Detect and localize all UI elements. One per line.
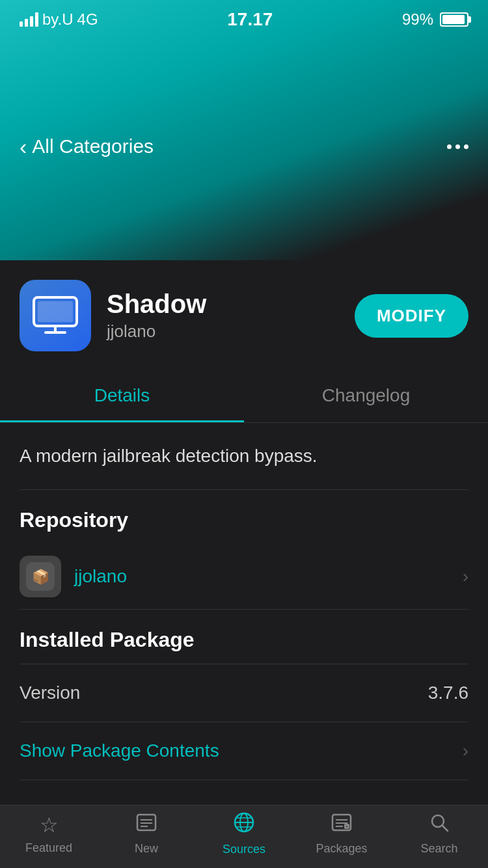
content-area: A modern jailbreak detection bypass. Rep…: [0, 423, 488, 780]
star-icon: ☆: [40, 813, 59, 837]
installed-section: Installed Package Version 3.7.6 Show Pac…: [20, 610, 468, 780]
new-icon: [136, 812, 157, 838]
repo-chevron-icon: ›: [463, 566, 468, 587]
tab-changelog[interactable]: Changelog: [244, 371, 488, 422]
back-button[interactable]: ‹ All Categories: [20, 134, 154, 159]
app-name: Shadow: [107, 290, 339, 319]
version-value: 3.7.6: [428, 683, 468, 703]
globe-icon: [233, 811, 255, 839]
package-contents-chevron-icon: ›: [463, 740, 468, 761]
tabs-container: Details Changelog: [0, 371, 488, 423]
signal-icon: [20, 12, 38, 27]
repository-section-header: Repository: [20, 490, 468, 544]
network-label: 4G: [77, 10, 98, 29]
package-contents-label: Show Package Contents: [20, 740, 219, 761]
repository-row[interactable]: 📦 jjolano ›: [20, 544, 468, 610]
back-chevron-icon: ‹: [20, 134, 27, 159]
app-icon: [20, 280, 91, 351]
app-details: Shadow jjolano: [107, 290, 339, 342]
nav-header: ‹ All Categories: [0, 0, 488, 260]
tab-bar-featured-label: Featured: [25, 841, 72, 855]
tab-bar: ☆ Featured New Sources: [0, 805, 488, 868]
status-bar: by.U 4G 17.17 99%: [0, 0, 488, 35]
svg-text:+: +: [346, 824, 348, 829]
package-contents-row[interactable]: Show Package Contents ›: [20, 722, 468, 780]
installed-section-header: Installed Package: [20, 610, 468, 664]
back-label: All Categories: [32, 135, 154, 157]
battery-icon: [440, 12, 468, 27]
teal-background: [0, 0, 488, 260]
svg-line-22: [442, 826, 448, 831]
tab-bar-new[interactable]: New: [98, 806, 195, 861]
tab-bar-sources-label: Sources: [223, 843, 265, 856]
modify-button[interactable]: MODIFY: [355, 294, 468, 338]
battery-percent: 99%: [402, 10, 433, 29]
time-label: 17.17: [227, 9, 273, 30]
packages-icon: +: [331, 812, 352, 838]
tab-bar-packages-label: Packages: [316, 842, 367, 856]
app-description: A modern jailbreak detection bypass.: [20, 423, 468, 490]
app-info-section: Shadow jjolano MODIFY: [0, 260, 488, 351]
svg-text:📦: 📦: [32, 568, 50, 586]
tab-bar-packages[interactable]: + Packages: [293, 806, 390, 861]
tab-details[interactable]: Details: [0, 371, 244, 422]
tab-bar-featured[interactable]: ☆ Featured: [0, 806, 98, 861]
status-right: 99%: [402, 10, 468, 29]
more-button[interactable]: [447, 144, 468, 149]
status-left: by.U 4G: [20, 10, 98, 29]
monitor-svg-icon: [33, 296, 78, 335]
tab-bar-sources[interactable]: Sources: [195, 806, 293, 861]
app-author: jjolano: [107, 321, 339, 342]
carrier-label: by.U: [42, 10, 74, 29]
version-row: Version 3.7.6: [20, 664, 468, 722]
tab-bar-search-label: Search: [420, 842, 457, 856]
search-icon: [429, 812, 450, 838]
svg-rect-1: [38, 301, 73, 322]
version-label: Version: [20, 683, 80, 703]
tab-bar-search[interactable]: Search: [390, 806, 488, 861]
repo-name: jjolano: [74, 566, 450, 587]
repo-icon: 📦: [20, 556, 61, 597]
tab-bar-new-label: New: [135, 842, 158, 856]
